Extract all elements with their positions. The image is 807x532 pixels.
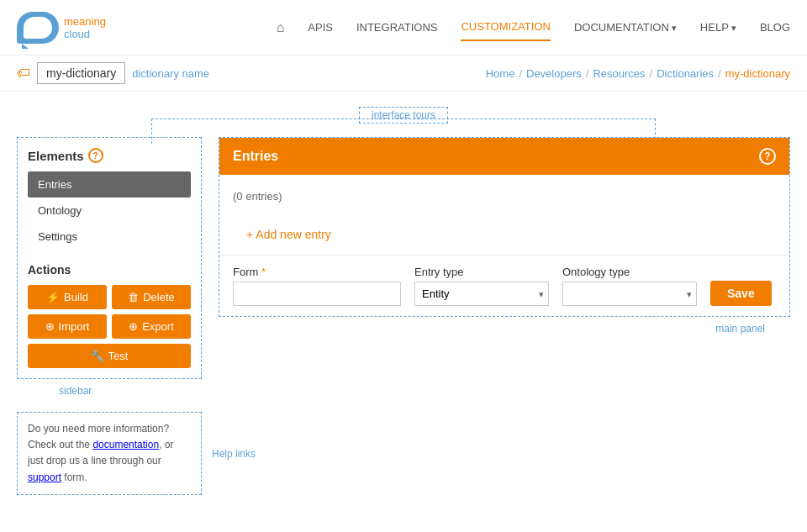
- entries-header: Entries ?: [219, 138, 789, 175]
- ontology-type-group: Ontology type ▾: [562, 266, 697, 306]
- help-links-section: Do you need more information? Check out …: [17, 412, 790, 495]
- help-links-annotation-area: Help links: [212, 447, 256, 460]
- breadcrumb-sep-4: /: [718, 67, 721, 80]
- tours-annotation-row: interface tours: [17, 108, 790, 129]
- help-support-link[interactable]: support: [28, 471, 61, 483]
- import-icon: ⊕: [45, 320, 55, 333]
- breadcrumb-resources[interactable]: Resources: [593, 67, 645, 80]
- breadcrumb-sep-3: /: [650, 67, 653, 80]
- export-button[interactable]: ⊕ Export: [112, 314, 191, 339]
- nav-home[interactable]: ⌂: [277, 13, 285, 42]
- sidebar-annotation: sidebar: [17, 384, 202, 397]
- main-layout: Elements ? Entries Ontology Settings Act…: [17, 137, 790, 397]
- breadcrumb-sep-2: /: [586, 67, 589, 80]
- add-entry-button[interactable]: + Add new entry: [233, 221, 345, 248]
- nav-blog[interactable]: BLOG: [760, 14, 790, 40]
- sidebar-item-ontology[interactable]: Ontology: [28, 198, 191, 224]
- export-label: Export: [142, 320, 174, 333]
- test-button[interactable]: 🔧 Test: [28, 344, 191, 368]
- breadcrumb-sep-1: /: [519, 67, 522, 80]
- entries-body: (0 entries): [219, 175, 789, 218]
- header: meaning cloud ⌂ APIS INTEGRATIONS CUSTOM…: [0, 0, 807, 55]
- delete-button[interactable]: 🗑 Delete: [112, 285, 191, 309]
- import-label: Import: [59, 320, 90, 333]
- test-icon: 🔧: [91, 350, 104, 362]
- build-label: Build: [64, 291, 88, 303]
- tag-icon: 🏷: [17, 66, 30, 81]
- entries-count: (0 entries): [233, 183, 776, 209]
- main-panel-wrapper: Entries ? (0 entries) + Add new entry Fo…: [219, 137, 790, 334]
- delete-icon: 🗑: [128, 291, 139, 303]
- breadcrumb-current: my-dictionary: [725, 67, 790, 80]
- form-area: Form * Entry type Entity ▾: [219, 255, 789, 316]
- save-button[interactable]: Save: [710, 281, 772, 306]
- test-label: Test: [108, 350, 129, 362]
- main-panel: Entries ? (0 entries) + Add new entry Fo…: [219, 137, 790, 317]
- logo-icon: [17, 12, 59, 44]
- sidebar-menu: Entries Ontology Settings: [28, 171, 191, 250]
- action-buttons: ⚡ Build 🗑 Delete ⊕ Import: [28, 285, 191, 368]
- entries-help-icon[interactable]: ?: [759, 148, 776, 165]
- add-entry-area: + Add new entry: [219, 218, 789, 255]
- actions-label: Actions: [28, 263, 191, 277]
- main-panel-annotation-area: main panel: [219, 322, 790, 334]
- breadcrumb-dictionaries[interactable]: Dictionaries: [657, 67, 714, 80]
- help-links-box: Do you need more information? Check out …: [17, 412, 202, 495]
- sidebar-item-entries[interactable]: Entries: [28, 171, 191, 198]
- entries-title: Entries: [233, 149, 278, 164]
- nav-help[interactable]: HELP: [700, 14, 736, 40]
- build-icon: ⚡: [46, 291, 60, 303]
- entry-type-select[interactable]: Entity: [414, 282, 549, 306]
- logo-area: meaning cloud: [17, 12, 106, 44]
- btn-row-import-export: ⊕ Import ⊕ Export: [28, 314, 191, 339]
- nav-documentation[interactable]: DOCUMENTATION: [574, 14, 677, 40]
- breadcrumb-developers[interactable]: Developers: [526, 67, 582, 80]
- dict-name-label: dictionary name: [132, 67, 209, 80]
- required-marker: *: [261, 266, 266, 278]
- ontology-type-label: Ontology type: [562, 266, 697, 278]
- entry-type-group: Entry type Entity ▾: [414, 266, 549, 306]
- nav-apis[interactable]: APIS: [308, 14, 333, 40]
- breadcrumb-home[interactable]: Home: [486, 67, 515, 80]
- help-documentation-link[interactable]: documentation: [92, 439, 159, 450]
- main-panel-annotation-label: main panel: [715, 323, 765, 334]
- form-group: Form *: [233, 266, 401, 306]
- export-icon: ⊕: [129, 320, 138, 333]
- sidebar-annotation-label: sidebar: [59, 385, 92, 397]
- nav-customization[interactable]: CUSTOMIZATION: [461, 13, 550, 41]
- entry-type-select-wrapper: Entity ▾: [414, 282, 549, 306]
- sidebar: Elements ? Entries Ontology Settings Act…: [17, 137, 202, 379]
- build-button[interactable]: ⚡ Build: [28, 285, 107, 309]
- form-label-text: Form: [233, 266, 258, 278]
- import-button[interactable]: ⊕ Import: [28, 314, 107, 339]
- logo-cloud: cloud: [64, 28, 106, 40]
- main-nav: ⌂ APIS INTEGRATIONS CUSTOMIZATION DOCUME…: [277, 13, 790, 42]
- form-label: Form *: [233, 266, 401, 278]
- elements-label: Elements: [28, 149, 84, 163]
- logo-bubble-inner: [24, 17, 52, 39]
- dict-name-area: 🏷 my-dictionary dictionary name: [17, 62, 209, 84]
- elements-help-icon[interactable]: ?: [88, 148, 103, 163]
- help-links-annotation-label: Help links: [212, 448, 256, 460]
- tours-line: [151, 119, 656, 119]
- ontology-type-select-wrapper: ▾: [562, 282, 697, 306]
- sidebar-wrapper: Elements ? Entries Ontology Settings Act…: [17, 137, 202, 397]
- delete-label: Delete: [143, 291, 175, 303]
- entry-type-label: Entry type: [414, 266, 549, 278]
- page-content: interface tours Elements ? Entries Ontol…: [0, 92, 807, 512]
- nav-integrations[interactable]: INTEGRATIONS: [356, 14, 438, 40]
- form-input[interactable]: [233, 282, 401, 306]
- interface-tours-label: interface tours: [359, 107, 448, 124]
- logo-meaning: meaning: [64, 15, 106, 28]
- dict-name-box[interactable]: my-dictionary: [37, 62, 125, 84]
- ontology-type-select[interactable]: [562, 282, 697, 306]
- sidebar-item-settings[interactable]: Settings: [28, 224, 191, 250]
- save-group: Save: [710, 281, 772, 306]
- elements-section: Elements ?: [28, 148, 191, 163]
- breadcrumb: Home / Developers / Resources / Dictiona…: [486, 67, 790, 80]
- logo-text: meaning cloud: [64, 15, 106, 40]
- help-text-after: form.: [61, 471, 87, 483]
- breadcrumb-bar: 🏷 my-dictionary dictionary name Home / D…: [0, 55, 807, 92]
- btn-row-build-delete: ⚡ Build 🗑 Delete: [28, 285, 191, 309]
